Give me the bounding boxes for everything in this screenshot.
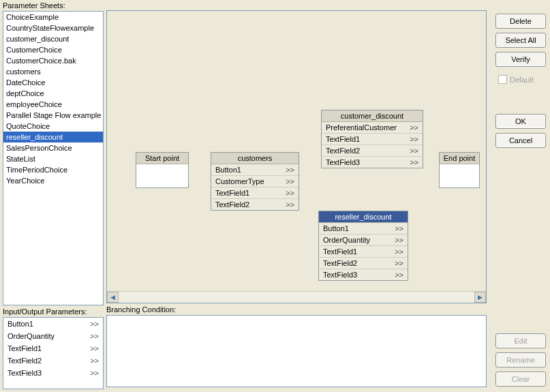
chevron-icon: >> [395,247,403,256]
node-field-label: TextField2 [323,259,357,267]
sheet-item[interactable]: deptChoice [3,88,103,99]
default-checkbox: Default [498,75,546,84]
node-field-row[interactable]: Button1>> [319,223,408,235]
scroll-track[interactable] [119,292,474,303]
sheet-item[interactable]: QuoteChoice [3,121,103,132]
node-start-point[interactable]: Start point [136,152,189,188]
io-param-label: Button1 [7,319,33,329]
select-all-button[interactable]: Select All [495,33,546,48]
node-field-row[interactable]: TextField2>> [211,199,299,210]
sheet-item[interactable]: DateChoice [3,77,103,88]
node-field-label: OrderQuantity [323,236,370,244]
node-body [136,164,188,187]
chevron-icon: >> [90,344,99,353]
node-field-row[interactable]: PreferentialCustomer>> [322,122,423,134]
sheet-item[interactable]: CustomerChoice.bak [3,55,103,66]
node-field-label: CustomerType [215,177,264,185]
node-body [440,164,479,187]
chevron-icon: >> [286,177,294,185]
sheet-item[interactable]: Parallel Stage Flow example [3,110,103,121]
node-field-label: TextField2 [215,200,249,209]
node-field-label: TextField1 [326,135,360,143]
clear-button: Clear [495,372,546,387]
io-param-label: TextField2 [7,356,42,365]
delete-button[interactable]: Delete [495,14,546,29]
rename-button: Rename [495,352,546,367]
sheet-item[interactable]: employeeChoice [3,99,103,110]
node-customers[interactable]: customers Button1>>CustomerType>>TextFie… [211,152,299,211]
io-param-item[interactable]: TextField3>> [3,367,103,379]
sheet-item[interactable]: CustomerChoice [3,44,103,55]
io-params-list[interactable]: Button1>>OrderQuantity>>TextField1>>Text… [3,317,104,389]
canvas-horizontal-scrollbar[interactable]: ◀ ▶ [107,291,486,303]
node-title: End point [440,153,479,164]
sheet-item[interactable]: customers [3,66,103,77]
sheet-item[interactable]: StateList [3,153,103,164]
chevron-icon: >> [395,271,403,279]
verify-button[interactable]: Verify [495,52,546,67]
chevron-icon: >> [395,236,403,244]
branching-condition-area[interactable] [106,315,487,387]
chevron-icon: >> [410,158,418,166]
io-param-item[interactable]: OrderQuantity>> [3,330,103,342]
chevron-icon: >> [286,166,294,174]
node-field-label: Button1 [323,224,349,232]
io-param-label: TextField3 [7,368,42,378]
node-title: customers [211,153,299,164]
node-reseller-discount[interactable]: reseller_discount Button1>>OrderQuantity… [318,211,408,281]
chevron-icon: >> [410,147,418,155]
default-label: Default [510,76,534,84]
ok-button[interactable]: OK [495,114,546,129]
io-param-item[interactable]: TextField2>> [3,355,103,367]
sheet-item[interactable]: SalesPersonChoice [3,142,103,153]
node-title: Start point [136,153,188,164]
node-field-row[interactable]: TextField3>> [319,269,408,280]
scroll-right-icon[interactable]: ▶ [474,292,486,303]
node-field-row[interactable]: TextField3>> [322,157,423,168]
node-field-label: Button1 [215,166,241,174]
node-field-row[interactable]: TextField1>> [322,134,423,145]
chevron-icon: >> [395,224,403,232]
edit-button: Edit [495,333,546,348]
node-field-label: TextField3 [326,158,360,166]
io-param-label: TextField1 [7,344,42,353]
sheet-item[interactable]: customer_discount [3,33,103,44]
node-field-row[interactable]: TextField2>> [322,145,423,157]
checkbox-icon [498,75,507,84]
flow-canvas[interactable]: Start point customers Button1>>CustomerT… [106,10,487,303]
node-title: customer_discount [322,110,423,122]
sheet-item[interactable]: YearChoice [3,175,103,186]
io-params-label: Input/Output Parameters: [3,305,104,317]
node-field-row[interactable]: TextField2>> [319,258,408,269]
node-field-label: TextField3 [323,271,357,279]
node-title: reseller_discount [319,211,408,223]
node-field-row[interactable]: TextField1>> [319,246,408,258]
node-field-row[interactable]: Button1>> [211,164,299,176]
cancel-button[interactable]: Cancel [495,133,546,148]
chevron-icon: >> [90,319,99,329]
sheet-item[interactable]: reseller_discount [3,132,103,142]
chevron-icon: >> [286,200,294,209]
sheet-item[interactable]: ChoiceExample [3,12,103,22]
node-field-row[interactable]: TextField1>> [211,187,299,199]
node-field-row[interactable]: OrderQuantity>> [319,235,408,246]
node-end-point[interactable]: End point [439,152,480,188]
sheet-item[interactable]: TimePeriodChoice [3,164,103,175]
chevron-icon: >> [90,331,99,341]
io-param-item[interactable]: TextField1>> [3,342,103,355]
io-param-label: OrderQuantity [7,331,55,341]
chevron-icon: >> [90,368,99,378]
parameter-sheets-list[interactable]: ChoiceExampleCountryStateFlowexamplecust… [3,11,104,305]
chevron-icon: >> [410,123,418,132]
parameter-sheets-label: Parameter Sheets: [3,0,104,11]
sheet-item[interactable]: CountryStateFlowexample [3,22,103,33]
node-customer-discount[interactable]: customer_discount PreferentialCustomer>>… [321,110,423,168]
chevron-icon: >> [395,259,403,267]
scroll-left-icon[interactable]: ◀ [107,292,119,303]
node-field-label: TextField1 [323,247,357,256]
io-param-item[interactable]: Button1>> [3,318,103,330]
node-field-label: TextField2 [326,147,360,155]
node-field-label: TextField1 [215,189,249,197]
chevron-icon: >> [90,356,99,365]
node-field-row[interactable]: CustomerType>> [211,176,299,187]
